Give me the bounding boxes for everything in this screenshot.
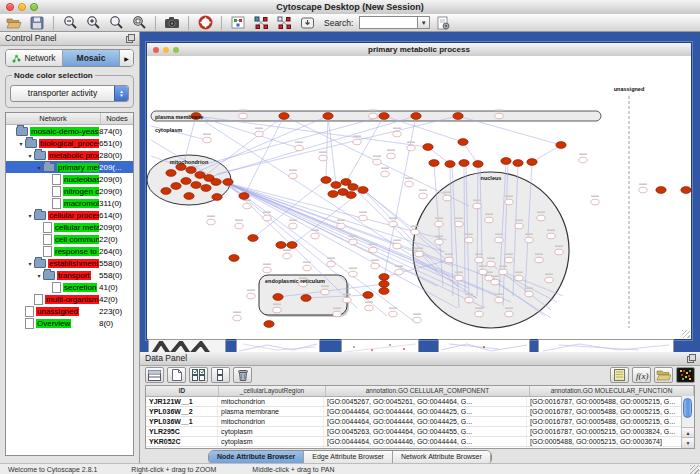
network-node-selected-color[interactable]	[184, 193, 194, 200]
network-node[interactable]	[333, 311, 341, 317]
background-window-fragment[interactable]	[341, 339, 419, 352]
network-node-selected-color[interactable]	[681, 187, 691, 194]
network-node[interactable]	[295, 145, 303, 151]
network-node[interactable]	[495, 113, 503, 119]
network-node[interactable]	[349, 239, 357, 245]
network-node[interactable]	[239, 113, 247, 119]
table-scrollbar[interactable]: ▲ ▼	[681, 396, 694, 448]
tree-row[interactable]: unassigned223(0)	[6, 305, 133, 317]
network-node[interactable]	[473, 203, 481, 209]
tab-overflow-arrow[interactable]: ▶	[120, 50, 133, 66]
network-node[interactable]	[393, 131, 401, 137]
network-node-selected-color[interactable]	[453, 113, 463, 120]
snapshot-camera-icon[interactable]	[162, 15, 182, 31]
vizmapper-icon[interactable]	[297, 15, 317, 31]
background-window-fragment[interactable]	[438, 339, 530, 352]
search-options-icon[interactable]	[433, 15, 453, 31]
tree-row[interactable]: Overview8(0)	[6, 317, 133, 329]
zoom-view-button[interactable]	[173, 47, 179, 53]
minimize-view-button[interactable]	[163, 47, 169, 53]
network-node[interactable]	[235, 223, 243, 229]
network-node[interactable]	[455, 221, 463, 227]
network-node[interactable]	[263, 267, 271, 273]
network-node-selected-color[interactable]	[429, 160, 439, 167]
scroll-down-icon[interactable]: ▼	[682, 437, 694, 448]
network-node-selected-color[interactable]	[445, 161, 455, 168]
network-node[interactable]	[591, 199, 599, 205]
network-node-selected-color[interactable]	[323, 113, 333, 120]
float-panel-icon[interactable]	[126, 34, 135, 43]
network-node[interactable]	[435, 221, 443, 227]
network-node-selected-color[interactable]	[556, 142, 566, 149]
network-node[interactable]	[389, 311, 397, 317]
network-node[interactable]	[319, 155, 327, 161]
tree-row[interactable]: ▾transport558(0)	[6, 269, 133, 281]
tree-row[interactable]: nucleobase-209(0)	[6, 173, 133, 185]
tree-row[interactable]: nitrogen compo209(0)	[6, 185, 133, 197]
network-node-selected-color[interactable]	[212, 194, 222, 201]
disclosure-triangle-icon[interactable]: ▾	[26, 212, 34, 219]
network-node[interactable]	[465, 237, 473, 243]
network-node[interactable]	[495, 237, 503, 243]
network-node-selected-color[interactable]	[423, 144, 433, 151]
network-node[interactable]	[321, 289, 329, 295]
network-node[interactable]	[487, 261, 495, 267]
network-node[interactable]	[579, 157, 587, 163]
network-node[interactable]	[415, 251, 423, 257]
attribute-notes-icon[interactable]	[610, 367, 629, 383]
network-node-selected-color[interactable]	[513, 160, 523, 167]
import-attribute-file-icon[interactable]	[654, 367, 673, 383]
network-node[interactable]	[207, 219, 215, 225]
network-node[interactable]	[369, 247, 377, 253]
network-node-selected-color[interactable]	[264, 321, 274, 328]
network-node-selected-color[interactable]	[287, 242, 297, 249]
disclosure-triangle-icon[interactable]: ▾	[26, 260, 34, 267]
network-node[interactable]	[405, 181, 413, 187]
network-node[interactable]	[537, 215, 545, 221]
network-node-selected-color[interactable]	[458, 139, 468, 146]
network-node-selected-color[interactable]	[328, 191, 338, 198]
tree-row[interactable]: ▾establishment of lo558(0)	[6, 257, 133, 269]
select-attributes-icon[interactable]	[189, 367, 208, 383]
tab-mosaic[interactable]: Mosaic	[63, 50, 120, 66]
column-header-region[interactable]: _cellularLayoutRegion	[219, 386, 326, 396]
float-panel-icon[interactable]	[687, 354, 696, 363]
network-node-selected-color[interactable]	[348, 184, 358, 191]
tree-row[interactable]: cell communicat22(0)	[6, 233, 133, 245]
network-node[interactable]	[369, 113, 377, 119]
network-node[interactable]	[233, 315, 241, 321]
network-node-selected-color[interactable]	[501, 158, 511, 165]
network-node-selected-color[interactable]	[239, 193, 249, 200]
network-node[interactable]	[203, 137, 211, 143]
network-node-selected-color[interactable]	[276, 242, 286, 249]
network-node[interactable]	[465, 297, 473, 303]
network-node[interactable]	[283, 253, 291, 259]
network-node[interactable]	[435, 239, 443, 245]
network-node[interactable]	[343, 297, 351, 303]
network-node[interactable]	[491, 279, 499, 285]
network-node[interactable]	[359, 215, 367, 221]
column-header-id[interactable]: ID	[146, 386, 219, 396]
network-node[interactable]	[479, 269, 487, 275]
network-node[interactable]	[395, 269, 403, 275]
network-node-selected-color[interactable]	[186, 167, 196, 174]
close-window-button[interactable]	[6, 3, 14, 11]
network-node-selected-color[interactable]	[358, 187, 368, 194]
import-attributes-icon[interactable]	[274, 15, 294, 31]
network-node[interactable]	[365, 305, 373, 311]
table-row[interactable]: YPL036W__2plasma membrane[GO:0044464, GO…	[146, 407, 694, 417]
background-window-fragment[interactable]	[538, 339, 674, 352]
tree-row[interactable]: mosaic-demo-yeast874(0)	[6, 125, 133, 137]
node-color-dropdown[interactable]: transporter activity ▲▼	[10, 85, 129, 102]
network-node[interactable]	[505, 257, 513, 263]
open-file-icon[interactable]	[4, 15, 24, 31]
tree-row[interactable]: cellular metabo209(0)	[6, 221, 133, 233]
image-annotation-icon[interactable]	[228, 15, 248, 31]
network-node[interactable]	[525, 237, 533, 243]
zoom-window-button[interactable]	[30, 3, 38, 11]
network-node-selected-color[interactable]	[229, 255, 239, 262]
tree-column-network[interactable]: Network	[6, 113, 101, 124]
network-node-selected-color[interactable]	[301, 295, 311, 302]
network-node[interactable]	[475, 311, 483, 317]
network-node[interactable]	[547, 233, 555, 239]
